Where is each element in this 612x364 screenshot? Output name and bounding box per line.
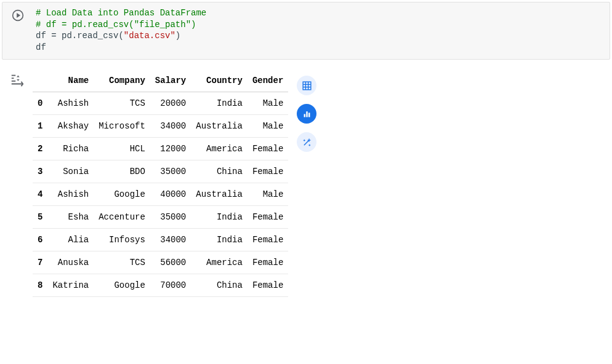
table-cell: Female (248, 160, 288, 183)
table-cell: Richa (47, 138, 94, 160)
table-cell: India (191, 92, 248, 115)
table-row: 2RichaHCL12000AmericaFemale (33, 138, 288, 160)
table-cell: TCS (94, 251, 150, 274)
table-cell: Female (248, 229, 288, 251)
row-index: 2 (33, 138, 47, 160)
table-row: 3SoniaBDO35000ChinaFemale (33, 160, 288, 183)
table-cell: China (191, 160, 248, 183)
run-cell-button[interactable] (10, 8, 25, 23)
row-index: 7 (33, 251, 47, 274)
table-row: 1AkshayMicrosoft34000AustraliaMale (33, 115, 288, 138)
table-cell: India (191, 229, 248, 251)
bar-chart-icon (302, 109, 312, 119)
row-index: 8 (33, 274, 47, 297)
table-row: 5EshaAccenture35000IndiaFemale (33, 206, 288, 229)
dataframe-actions (288, 69, 316, 297)
svg-rect-0 (303, 82, 311, 90)
table-cell: Female (248, 206, 288, 229)
table-cell: 40000 (150, 183, 191, 206)
table-cell: India (191, 206, 248, 229)
table-cell: Male (248, 92, 288, 115)
table-cell: 35000 (150, 206, 191, 229)
table-cell: Ashish (47, 183, 94, 206)
code-input-cell: # Load Data into Pandas DataFrame # df =… (2, 2, 610, 60)
toggle-output-button[interactable] (9, 72, 25, 88)
suggest-code-button[interactable] (297, 132, 316, 152)
table-cell: HCL (94, 138, 150, 160)
table-cell: Female (248, 138, 288, 160)
svg-line-8 (304, 140, 309, 144)
output-body: Name Company Salary Country Gender 0Ashi… (33, 63, 610, 297)
table-cell: Esha (47, 206, 94, 229)
run-button-gutter (2, 7, 33, 53)
col-header: Salary (150, 69, 191, 92)
table-cell: Female (248, 251, 288, 274)
table-cell: Anuska (47, 251, 94, 274)
index-header (33, 69, 47, 92)
table-cell: China (191, 274, 248, 297)
table-cell: America (191, 251, 248, 274)
table-cell: 20000 (150, 92, 191, 115)
code-line: # Load Data into Pandas DataFrame (36, 8, 206, 18)
row-index: 0 (33, 92, 47, 115)
table-cell: Ashish (47, 92, 94, 115)
table-cell: Australia (191, 183, 248, 206)
table-cell: BDO (94, 160, 150, 183)
table-cell: Female (248, 274, 288, 297)
table-cell: Sonia (47, 160, 94, 183)
table-row: 6AliaInfosys34000IndiaFemale (33, 229, 288, 251)
open-chart-button[interactable] (297, 104, 316, 124)
svg-rect-7 (308, 113, 310, 117)
row-index: 5 (33, 206, 47, 229)
svg-rect-5 (304, 114, 305, 117)
row-index: 1 (33, 115, 47, 138)
table-cell: TCS (94, 92, 150, 115)
col-header: Company (94, 69, 150, 92)
table-cell: 56000 (150, 251, 191, 274)
toggle-output-icon (10, 73, 25, 87)
table-cell: Male (248, 183, 288, 206)
magic-wand-icon (302, 137, 312, 148)
table-icon (302, 81, 312, 91)
code-editor[interactable]: # Load Data into Pandas DataFrame # df =… (33, 7, 610, 53)
table-cell: Google (94, 183, 150, 206)
row-index: 3 (33, 160, 47, 183)
table-cell: Accenture (94, 206, 150, 229)
code-line: df (36, 42, 46, 52)
play-circle-icon (11, 9, 25, 22)
table-body: 0AshishTCS20000IndiaMale1AkshayMicrosoft… (33, 92, 288, 297)
dataframe-table: Name Company Salary Country Gender 0Ashi… (33, 69, 288, 297)
table-cell: 35000 (150, 160, 191, 183)
table-cell: 12000 (150, 138, 191, 160)
svg-rect-6 (306, 111, 307, 117)
table-cell: Infosys (94, 229, 150, 251)
table-row: 8KatrinaGoogle70000ChinaFemale (33, 274, 288, 297)
notebook-cell: # Load Data into Pandas DataFrame # df =… (0, 0, 612, 299)
open-table-button[interactable] (297, 76, 316, 95)
table-row: 7AnuskaTCS56000AmericaFemale (33, 251, 288, 274)
table-row: 4AshishGoogle40000AustraliaMale (33, 183, 288, 206)
output-area: Name Company Salary Country Gender 0Ashi… (2, 63, 610, 297)
table-cell: Google (94, 274, 150, 297)
row-index: 4 (33, 183, 47, 206)
table-cell: 70000 (150, 274, 191, 297)
table-cell: Alia (47, 229, 94, 251)
code-line: # df = pd.read_csv("file_path") (36, 20, 196, 30)
table-cell: Australia (191, 115, 248, 138)
output-gutter (2, 63, 33, 297)
table-header-row: Name Company Salary Country Gender (33, 69, 288, 92)
table-cell: Microsoft (94, 115, 150, 138)
table-cell: America (191, 138, 248, 160)
col-header: Name (47, 69, 94, 92)
col-header: Country (191, 69, 248, 92)
row-index: 6 (33, 229, 47, 251)
table-cell: Male (248, 115, 288, 138)
table-cell: 34000 (150, 229, 191, 251)
code-line: df = pd.read_csv("data.csv") (36, 31, 180, 41)
table-cell: Katrina (47, 274, 94, 297)
table-cell: 34000 (150, 115, 191, 138)
table-row: 0AshishTCS20000IndiaMale (33, 92, 288, 115)
table-cell: Akshay (47, 115, 94, 138)
col-header: Gender (248, 69, 288, 92)
